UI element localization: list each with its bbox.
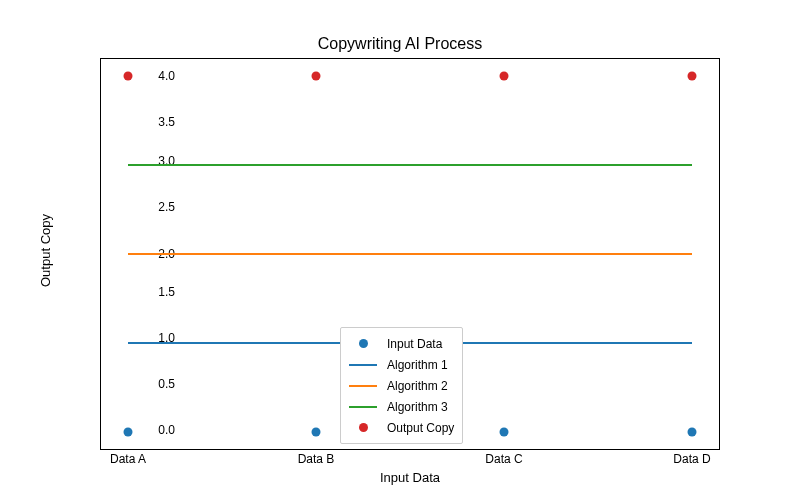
legend-label: Algorithm 2 [387, 379, 448, 393]
legend-item-algorithm-3: Algorithm 3 [349, 396, 454, 417]
legend-line-icon [349, 400, 377, 414]
legend-label: Algorithm 3 [387, 400, 448, 414]
y-tick: 2.5 [105, 200, 175, 214]
chart-figure: Copywriting AI Process Output Copy 0.0 0… [0, 0, 800, 500]
series-algorithm-3 [128, 164, 692, 166]
y-tick: 0.5 [105, 377, 175, 391]
series-input-data-point [500, 428, 509, 437]
legend-item-algorithm-1: Algorithm 1 [349, 354, 454, 375]
x-tick: Data D [673, 452, 710, 466]
legend-label: Algorithm 1 [387, 358, 448, 372]
legend-line-icon [349, 379, 377, 393]
y-tick: 4.0 [105, 69, 175, 83]
series-output-copy-point [124, 71, 133, 80]
legend-label: Input Data [387, 337, 442, 351]
x-tick: Data C [485, 452, 522, 466]
x-tick: Data A [110, 452, 146, 466]
y-tick: 3.5 [105, 115, 175, 129]
series-output-copy-point [500, 71, 509, 80]
y-tick: 0.0 [105, 423, 175, 437]
legend: Input Data Algorithm 1 Algorithm 2 Algor… [340, 327, 463, 444]
x-axis-label: Input Data [100, 470, 720, 485]
series-input-data-point [124, 428, 133, 437]
legend-item-output-copy: Output Copy [349, 417, 454, 438]
legend-line-icon [349, 358, 377, 372]
legend-item-input-data: Input Data [349, 333, 454, 354]
series-input-data-point [688, 428, 697, 437]
y-axis-label: Output Copy [35, 0, 55, 500]
legend-item-algorithm-2: Algorithm 2 [349, 375, 454, 396]
y-tick: 1.5 [105, 285, 175, 299]
series-algorithm-2 [128, 253, 692, 255]
series-output-copy-point [688, 71, 697, 80]
legend-marker-icon [349, 337, 377, 351]
x-tick: Data B [298, 452, 335, 466]
legend-label: Output Copy [387, 421, 454, 435]
series-input-data-point [312, 428, 321, 437]
chart-title: Copywriting AI Process [0, 35, 800, 53]
legend-marker-icon [349, 421, 377, 435]
series-output-copy-point [312, 71, 321, 80]
